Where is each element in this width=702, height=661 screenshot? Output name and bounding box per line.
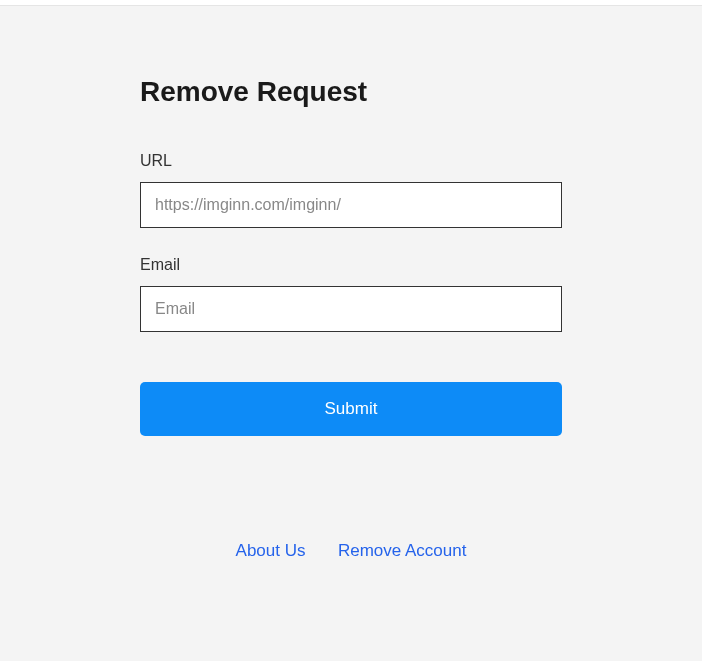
- url-form-group: URL: [140, 152, 562, 228]
- main-container: Remove Request URL Email Submit: [0, 6, 702, 436]
- page-title: Remove Request: [140, 76, 562, 108]
- about-us-link[interactable]: About Us: [236, 541, 306, 560]
- email-form-group: Email: [140, 256, 562, 332]
- email-input[interactable]: [140, 286, 562, 332]
- submit-button[interactable]: Submit: [140, 382, 562, 436]
- url-input[interactable]: [140, 182, 562, 228]
- footer: About Us Remove Account: [0, 541, 702, 561]
- remove-account-link[interactable]: Remove Account: [338, 541, 467, 560]
- email-label: Email: [140, 256, 562, 274]
- url-label: URL: [140, 152, 562, 170]
